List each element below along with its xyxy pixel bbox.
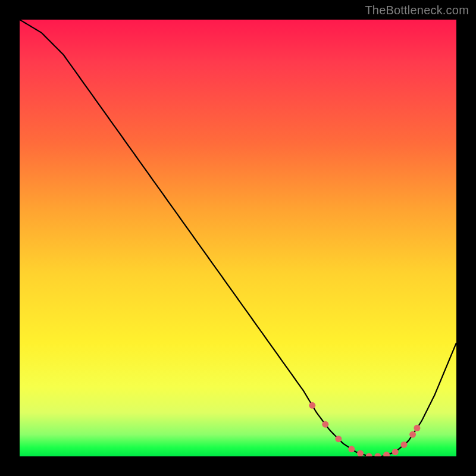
highlight-dot — [366, 453, 372, 457]
highlight-dot — [309, 402, 315, 409]
chart-frame: TheBottleneck.com — [0, 0, 476, 476]
highlight-dot — [383, 452, 390, 456]
bottleneck-curve-path — [20, 20, 456, 456]
highlight-dot — [357, 450, 364, 456]
chart-svg — [20, 20, 456, 456]
highlight-dot — [322, 421, 328, 428]
highlight-dot — [409, 431, 416, 438]
watermark-text: TheBottleneck.com — [365, 4, 469, 17]
highlight-dot — [348, 446, 355, 452]
highlight-dot — [335, 436, 342, 442]
highlight-dot — [374, 453, 381, 457]
highlight-dots — [309, 402, 420, 456]
highlight-dot — [392, 449, 399, 455]
chart-plot-area — [20, 20, 456, 456]
highlight-dot — [414, 425, 420, 431]
highlight-dot — [400, 441, 407, 448]
